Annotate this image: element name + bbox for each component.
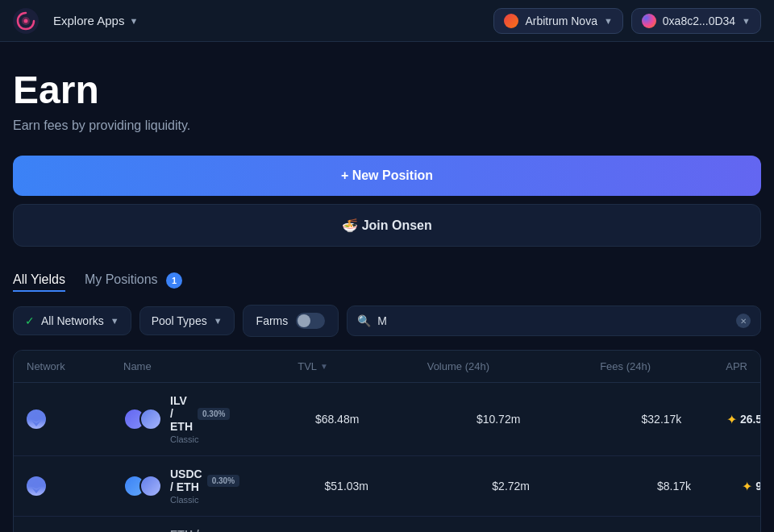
name-header-label: Name: [123, 360, 152, 372]
my-positions-label: My Positions: [85, 272, 158, 286]
row2-pair: USDC / ETH: [170, 468, 202, 493]
all-networks-filter[interactable]: ✓ All Networks ▼: [13, 306, 131, 335]
row2-apr: ✦ 9.07%: [691, 479, 761, 494]
row2-volume: $2.72m: [368, 480, 530, 493]
row1-volume: $10.72m: [359, 413, 520, 426]
row1-name-info: ILV / ETH 0.30% Classic: [170, 394, 230, 444]
row1-apr: ✦ 26.53%: [681, 412, 761, 427]
row2-apr-value: 9.07%: [755, 480, 761, 493]
tab-all-yields[interactable]: All Yields: [13, 269, 65, 292]
network-header-label: Network: [27, 360, 65, 372]
row1-token-icons: [123, 408, 162, 430]
wallet-address: 0xa8c2...0D34: [663, 15, 735, 27]
row3-pair: ETH / USDC: [170, 528, 202, 532]
search-box: 🔍 ✕: [347, 305, 761, 336]
app-logo: [13, 8, 39, 34]
row1-pair: ILV / ETH: [170, 394, 193, 433]
table-header: Network Name TVL ▼ Volume (24h) Fees (24…: [14, 351, 760, 383]
eth-network-icon: [27, 409, 46, 429]
col-network: Network: [27, 360, 123, 372]
tab-my-positions[interactable]: My Positions 1: [85, 269, 182, 292]
filters-bar: ✓ All Networks ▼ Pool Types ▼ Farms 🔍 ✕: [13, 305, 761, 337]
row2-type: Classic: [170, 495, 239, 505]
search-icon: 🔍: [357, 314, 371, 327]
row2-fees: $8.17k: [530, 480, 691, 493]
farms-label: Farms: [256, 314, 289, 327]
table-row[interactable]: USDC / ETH 0.30% Classic $51.03m $2.72m …: [14, 456, 760, 517]
svg-point-2: [24, 19, 28, 23]
network-selector[interactable]: Arbitrum Nova ▼: [493, 8, 622, 34]
row1-apr-value: 26.53%: [740, 413, 761, 426]
table-row[interactable]: ILV / ETH 0.30% Classic $68.48m $10.72m …: [14, 383, 760, 456]
networks-chevron-icon: ▼: [110, 316, 119, 326]
tvl-sort-icon: ▼: [320, 362, 328, 371]
wallet-chevron-icon: ▼: [742, 16, 751, 26]
row1-volume-value: $10.72m: [476, 413, 520, 426]
pools-table: Network Name TVL ▼ Volume (24h) Fees (24…: [13, 350, 761, 532]
col-name: Name: [123, 360, 199, 372]
page-title: Earn: [13, 68, 761, 112]
wallet-button[interactable]: 0xa8c2...0D34 ▼: [631, 8, 761, 34]
yield-tabs: All Yields My Positions 1: [13, 269, 761, 292]
table-row[interactable]: ETH / USDC 0.30% Classic $25.41m $3.83m …: [14, 517, 760, 532]
explore-apps-label: Explore Apps: [53, 14, 124, 27]
volume-header-label: Volume (24h): [427, 360, 489, 372]
row1-fees: $32.17k: [520, 413, 681, 426]
row2-network: [27, 476, 123, 496]
row3-name: ETH / USDC 0.30% Classic: [123, 528, 239, 532]
row1-star-icon: ✦: [726, 412, 737, 427]
row2-fees-value: $8.17k: [657, 480, 691, 493]
search-input[interactable]: [377, 314, 730, 327]
new-position-button[interactable]: + New Position: [13, 156, 761, 196]
row2-volume-value: $2.72m: [492, 480, 530, 493]
row2-name-info: USDC / ETH 0.30% Classic: [170, 468, 239, 505]
col-fees[interactable]: Fees (24h): [489, 360, 651, 372]
all-yields-label: All Yields: [13, 272, 65, 286]
wallet-avatar: [642, 14, 656, 28]
col-apr[interactable]: APR: [651, 360, 747, 372]
farms-switch[interactable]: [296, 313, 325, 329]
tvl-header-label: TVL: [298, 360, 317, 372]
network-name: Arbitrum Nova: [525, 15, 597, 27]
main-content: Earn Earn fees by providing liquidity. +…: [0, 42, 774, 532]
explore-apps-button[interactable]: Explore Apps ▼: [45, 9, 146, 32]
eth-network-icon: [27, 476, 46, 496]
row2-star-icon: ✦: [742, 479, 752, 494]
row1-fees-value: $32.17k: [642, 413, 682, 426]
explore-chevron-icon: ▼: [129, 16, 138, 26]
row1-tvl: $68.48m: [230, 413, 359, 426]
pool-types-label: Pool Types: [152, 314, 207, 327]
network-icon: [504, 14, 518, 28]
join-onsen-button[interactable]: 🍜 Join Onsen: [13, 204, 761, 247]
row1-tvl-value: $68.48m: [315, 413, 359, 426]
fees-header-label: Fees (24h): [600, 360, 651, 372]
row2-name: USDC / ETH 0.30% Classic: [123, 468, 239, 505]
page-subtitle: Earn fees by providing liquidity.: [13, 118, 761, 133]
header-right: Arbitrum Nova ▼ 0xa8c2...0D34 ▼: [493, 8, 761, 34]
farms-toggle[interactable]: Farms: [243, 305, 339, 337]
col-tvl[interactable]: TVL ▼: [199, 360, 328, 372]
network-chevron-icon: ▼: [604, 16, 613, 26]
row1-name: ILV / ETH 0.30% Classic: [123, 394, 230, 444]
row2-token-b-icon: [139, 475, 162, 497]
row3-name-info: ETH / USDC 0.30% Classic: [170, 528, 239, 532]
check-icon: ✓: [25, 314, 35, 327]
col-volume[interactable]: Volume (24h): [328, 360, 489, 372]
action-buttons: + New Position 🍜 Join Onsen: [13, 156, 761, 247]
row2-token-icons: [123, 475, 162, 497]
row1-token-b-icon: [139, 408, 162, 430]
toggle-knob: [298, 314, 310, 327]
row1-type: Classic: [170, 434, 230, 444]
all-networks-label: All Networks: [41, 314, 104, 327]
pool-types-filter[interactable]: Pool Types ▼: [139, 306, 235, 335]
header: Explore Apps ▼ Arbitrum Nova ▼ 0xa8c2...…: [0, 0, 774, 42]
my-positions-badge: 1: [166, 272, 182, 289]
row2-tvl: $51.03m: [239, 480, 368, 493]
row1-network: [27, 409, 123, 429]
pool-types-chevron-icon: ▼: [214, 316, 223, 326]
row1-fee-badge: 0.30%: [198, 408, 230, 420]
clear-search-button[interactable]: ✕: [736, 314, 751, 328]
row2-fee-badge: 0.30%: [207, 475, 239, 487]
row2-tvl-value: $51.03m: [325, 480, 368, 493]
header-left: Explore Apps ▼: [13, 8, 146, 34]
